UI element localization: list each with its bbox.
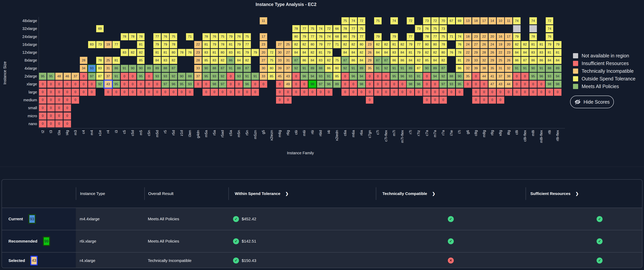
heatmap-cell-m8g-2xlarge[interactable]: 44 <box>480 73 488 80</box>
heatmap-cell-c5d-2xlarge[interactable]: 0 <box>129 73 136 80</box>
heatmap-cell-r8i-flex-8xlarge[interactable]: 84 <box>554 57 562 64</box>
heatmap-cell-r6i-8xlarge[interactable]: 84 <box>309 57 316 64</box>
heatmap-cell-m7a-large[interactable]: 0 <box>431 89 439 96</box>
heatmap-cell-m8i-flex-xlarge[interactable]: 0 <box>538 80 545 88</box>
heatmap-cell-c7gn-8xlarge[interactable]: 29 <box>366 57 373 64</box>
heatmap-cell-i7i-16xlarge[interactable]: 76 <box>456 41 463 48</box>
heatmap-cell-c8i-flex-12xlarge[interactable]: 84 <box>521 49 529 56</box>
heatmap-cell-c6i-16xlarge[interactable]: 82 <box>292 41 300 48</box>
heatmap-cell-i4i-12xlarge[interactable]: 79 <box>325 49 332 56</box>
heatmap-cell-m8i-flex-8xlarge[interactable]: 86 <box>538 57 545 64</box>
heatmap-cell-c4-large[interactable]: 0 <box>80 89 87 96</box>
heatmap-cell-r6id-large[interactable]: 0 <box>317 89 324 96</box>
heatmap-cell-i3-8xlarge[interactable]: 81 <box>112 57 120 64</box>
heatmap-cell-c7gn-medium[interactable]: 0 <box>366 96 373 104</box>
heatmap-cell-m8i-2xlarge[interactable]: 95 <box>530 73 537 80</box>
heatmap-cell-c8g-4xlarge[interactable]: 39 <box>472 65 480 72</box>
heatmap-cell-x1e-xlarge[interactable]: 92 <box>96 80 104 88</box>
heatmap-cell-i3-large[interactable]: 0 <box>112 89 120 96</box>
heatmap-cell-r6a-2xlarge[interactable]: 94 <box>358 73 365 80</box>
heatmap-cell-r8i-flex-large[interactable]: 0 <box>554 89 562 96</box>
heatmap-cell-m7a-16xlarge[interactable]: 80 <box>431 41 439 48</box>
heatmap-cell-r6id-12xlarge[interactable]: 81 <box>317 49 324 56</box>
heatmap-cell-c8g-24xlarge[interactable]: 23 <box>472 33 480 40</box>
heatmap-cell-c8i-48xlarge[interactable]: 74 <box>513 17 520 24</box>
heatmap-cell-m4-2xlarge[interactable]: 97 <box>88 73 96 80</box>
heatmap-cell-g4dn-2xlarge[interactable]: 37 <box>194 73 202 80</box>
heatmap-cell-m6i-12xlarge[interactable]: 84 <box>300 49 308 56</box>
heatmap-cell-r5n-large[interactable]: 0 <box>244 89 251 96</box>
heatmap-cell-m6a-24xlarge[interactable]: 79 <box>350 33 357 40</box>
heatmap-cell-i3en-12xlarge[interactable]: 76 <box>186 49 194 56</box>
heatmap-cell-x2iedn-32xlarge[interactable]: 66 <box>333 25 341 32</box>
heatmap-cell-r5a-large[interactable]: 0 <box>210 89 218 96</box>
heatmap-cell-m8i-12xlarge[interactable]: 83 <box>530 49 537 56</box>
heatmap-cell-c5d-4xlarge[interactable]: 90 <box>129 65 136 72</box>
heatmap-cell-m5d-8xlarge[interactable]: 84 <box>153 57 161 64</box>
heatmap-cell-i3en-xlarge[interactable]: 93 <box>186 80 194 88</box>
column-header-technically-compatible[interactable]: Technically Compatible ❯ <box>376 187 526 200</box>
heatmap-cell-m7a-48xlarge[interactable]: 72 <box>431 17 439 24</box>
heatmap-cell-i3en-2xlarge[interactable]: 88 <box>186 73 194 80</box>
heatmap-cell-i8g-48xlarge[interactable]: 11 <box>505 17 512 24</box>
heatmap-cell-i8g-24xlarge[interactable]: 17 <box>505 33 512 40</box>
heatmap-cell-r7a-medium[interactable]: 0 <box>440 96 447 104</box>
heatmap-cell-c5-large[interactable]: 0 <box>121 89 128 96</box>
heatmap-cell-c7a-12xlarge[interactable]: 82 <box>423 49 430 56</box>
heatmap-cell-t3a-micro[interactable]: 0 <box>55 112 63 120</box>
heatmap-cell-m8i-48xlarge[interactable]: 74 <box>530 17 537 24</box>
heatmap-cell-r6i-16xlarge[interactable]: 80 <box>309 41 316 48</box>
heatmap-cell-t4g-nano[interactable]: 0 <box>64 120 71 128</box>
heatmap-cell-r7i-large[interactable]: 0 <box>407 89 414 96</box>
heatmap-cell-i7i-2xlarge[interactable]: 90 <box>456 73 463 80</box>
heatmap-cell-r7iz-2xlarge[interactable]: 91 <box>415 73 422 80</box>
heatmap-cell-t3a-nano[interactable]: 0 <box>55 120 63 128</box>
heatmap-cell-c4-xlarge[interactable]: 0 <box>80 80 87 88</box>
heatmap-cell-m8i-4xlarge[interactable]: 90 <box>530 65 537 72</box>
heatmap-cell-x8g-24xlarge[interactable]: 16 <box>497 33 504 40</box>
heatmap-cell-m7a-2xlarge[interactable]: 94 <box>431 73 439 80</box>
heatmap-cell-c6i-large[interactable]: 0 <box>292 89 300 96</box>
heatmap-cell-m5n-2xlarge[interactable]: 93 <box>235 73 243 80</box>
heatmap-cell-x2iedn-16xlarge[interactable]: 71 <box>333 41 341 48</box>
heatmap-cell-r5a-8xlarge[interactable]: 83 <box>210 57 218 64</box>
heatmap-cell-c6a-16xlarge[interactable]: 82 <box>342 41 349 48</box>
heatmap-cell-m6i-32xlarge[interactable]: 77 <box>300 25 308 32</box>
heatmap-cell-c7i-48xlarge[interactable]: 75 <box>374 17 382 24</box>
heatmap-cell-c5-xlarge[interactable]: 0 <box>121 80 128 88</box>
heatmap-cell-m7a-medium[interactable]: 0 <box>431 96 439 104</box>
heatmap-cell-m7i-flex-16xlarge[interactable]: 82 <box>399 41 406 48</box>
heatmap-cell-c8i-4xlarge[interactable]: 91 <box>513 65 520 72</box>
heatmap-cell-m5n-12xlarge[interactable]: 81 <box>235 49 243 56</box>
heatmap-cell-r8g-12xlarge[interactable]: 26 <box>488 49 496 56</box>
heatmap-cell-x2iedn-2xlarge[interactable]: 85 <box>333 73 341 80</box>
heatmap-cell-x1e-2xlarge[interactable]: 87 <box>96 73 104 80</box>
heatmap-cell-r8i-flex-12xlarge[interactable]: 81 <box>554 49 562 56</box>
heatmap-cell-m8g-large[interactable]: 0 <box>480 89 488 96</box>
heatmap-cell-c6i-4xlarge[interactable]: 92 <box>292 65 300 72</box>
heatmap-cell-c7a-2xlarge[interactable]: 0 <box>423 73 430 80</box>
heatmap-cell-g6-12xlarge[interactable]: 22 <box>464 49 472 56</box>
heatmap-cell-m6i-24xlarge[interactable]: 79 <box>300 33 308 40</box>
heatmap-cell-x8g-16xlarge[interactable]: 19 <box>497 41 504 48</box>
heatmap-cell-c5a-16xlarge[interactable]: 81 <box>227 41 234 48</box>
heatmap-cell-z1d-2xlarge[interactable]: 90 <box>178 73 186 80</box>
heatmap-cell-c7a-32xlarge[interactable]: 76 <box>423 25 430 32</box>
heatmap-cell-g6-4xlarge[interactable]: 32 <box>464 65 472 72</box>
heatmap-cell-r5a-24xlarge[interactable]: 76 <box>210 33 218 40</box>
heatmap-cell-c5a-8xlarge[interactable]: 86 <box>227 57 234 64</box>
heatmap-cell-c8i-8xlarge[interactable]: 86 <box>513 57 520 64</box>
heatmap-cell-x2iedn-xlarge[interactable]: 89 <box>333 80 341 88</box>
heatmap-cell-c8i-32xlarge[interactable] <box>513 25 520 32</box>
heatmap-cell-g5-16xlarge[interactable]: 23 <box>260 41 267 48</box>
heatmap-cell-r8i-16xlarge[interactable]: 79 <box>546 41 553 48</box>
heatmap-cell-r7a-32xlarge[interactable]: 73 <box>440 25 447 32</box>
heatmap-cell-c8i-flex-2xlarge[interactable]: 0 <box>521 73 529 80</box>
heatmap-cell-z1d-large[interactable]: 0 <box>178 89 186 96</box>
heatmap-cell-m5-24xlarge[interactable]: 78 <box>137 33 144 40</box>
heatmap-cell-c8i-flex-8xlarge[interactable]: 87 <box>521 57 529 64</box>
heatmap-cell-r6i-32xlarge[interactable]: 75 <box>309 25 316 32</box>
heatmap-cell-c6i-xlarge[interactable]: 0 <box>292 80 300 88</box>
heatmap-cell-r7i-xlarge[interactable]: 98 <box>407 80 414 88</box>
heatmap-cell-x2iezn-12xlarge[interactable]: 72 <box>268 49 275 56</box>
